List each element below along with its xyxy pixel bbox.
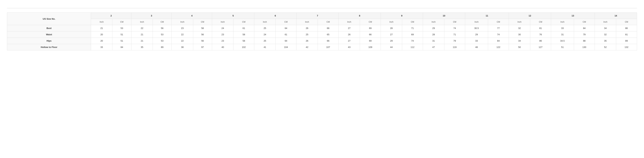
- subheader-cm-4: CM: [193, 19, 212, 25]
- data-cell: 24: [212, 25, 234, 31]
- data-cell: 21: [91, 25, 112, 31]
- data-cell: 71: [444, 31, 465, 38]
- data-cell: 86: [530, 38, 551, 44]
- data-cell: 22: [172, 38, 193, 44]
- data-cell: 42: [296, 44, 318, 50]
- data-cell: 32: [509, 25, 530, 31]
- subheader-inch-2: Inch: [91, 19, 112, 25]
- data-cell: 26: [296, 25, 318, 31]
- size-header-6: 6: [254, 13, 296, 19]
- subheader-inch-7: Inch: [296, 19, 318, 25]
- data-cell: 109: [360, 44, 381, 50]
- data-cell: 21: [131, 31, 152, 38]
- data-cell: 21: [131, 38, 152, 44]
- data-cell: 69: [360, 25, 381, 31]
- data-cell: 33: [91, 44, 112, 50]
- data-cell: 122: [488, 44, 509, 50]
- data-cell: 51: [551, 44, 574, 50]
- data-cell: 35: [595, 38, 616, 44]
- subheader-inch-4: Inch: [172, 19, 193, 25]
- data-cell: 53: [112, 25, 131, 31]
- row-label: Waist: [7, 31, 91, 38]
- data-cell: 79: [444, 38, 465, 44]
- size-header-5: 5: [212, 13, 254, 19]
- data-cell: 23: [172, 25, 193, 31]
- data-cell: 28: [380, 25, 402, 31]
- data-cell: 32: [595, 31, 616, 38]
- subheader-inch-12: Inch: [509, 19, 530, 25]
- data-cell: 22: [131, 25, 152, 31]
- data-cell: 89: [616, 38, 637, 44]
- data-cell: 56: [193, 38, 212, 44]
- subheader-cm-6: CM: [276, 19, 296, 25]
- data-cell: 69: [360, 38, 381, 44]
- data-cell: 40: [212, 44, 234, 50]
- subheader-cm-8: CM: [360, 19, 381, 25]
- row-label: Bust: [7, 25, 91, 31]
- data-cell: 25: [254, 25, 276, 31]
- data-cell: 86: [616, 25, 637, 31]
- data-cell: 64: [276, 38, 296, 44]
- size-header-7: 7: [296, 13, 338, 19]
- data-cell: 48: [465, 44, 488, 50]
- data-cell: 107: [318, 44, 338, 50]
- header-row: US Size No.234567891011121314: [7, 13, 637, 19]
- data-cell: 66: [318, 38, 338, 44]
- data-cell: 44: [380, 44, 402, 50]
- subheader-cm-14: CM: [616, 19, 637, 25]
- data-cell: 79: [574, 31, 595, 38]
- data-cell: 127: [530, 44, 551, 50]
- data-cell: 71: [402, 25, 423, 31]
- data-cell: 51: [112, 31, 131, 38]
- data-cell: 58: [234, 31, 254, 38]
- size-header-14: 14: [595, 13, 637, 19]
- data-cell: 119: [444, 44, 465, 50]
- data-cell: 84: [574, 25, 595, 31]
- data-cell: 38: [172, 44, 193, 50]
- subheader-inch-11: Inch: [465, 19, 488, 25]
- data-cell: 64: [276, 25, 296, 31]
- data-cell: 31: [423, 38, 444, 44]
- size-header-12: 12: [509, 13, 551, 19]
- subheader-row: InchCMInchCMInchCMInchCMInchCMInchCMInch…: [7, 19, 637, 25]
- table-row: Waist20512153225623582461256526662769287…: [7, 31, 637, 38]
- data-cell: 34.5: [551, 38, 574, 44]
- label-column-header: US Size No.: [7, 13, 91, 25]
- size-header-2: 2: [91, 13, 132, 19]
- row-label: Hollow to Floor: [7, 44, 91, 50]
- subheader-inch-9: Inch: [380, 19, 402, 25]
- subheader-cm-13: CM: [574, 19, 595, 25]
- data-cell: 30: [509, 31, 530, 38]
- data-cell: 132: [616, 44, 637, 50]
- data-cell: 81: [616, 31, 637, 38]
- data-cell: 74: [488, 31, 509, 38]
- data-cell: 30.5: [465, 25, 488, 31]
- data-cell: 35: [131, 44, 152, 50]
- data-cell: 89: [153, 44, 172, 50]
- data-cell: 104: [276, 44, 296, 50]
- data-cell: 34: [595, 25, 616, 31]
- data-cell: 23: [212, 31, 234, 38]
- subheader-cm-11: CM: [488, 19, 509, 25]
- data-cell: 66: [360, 31, 381, 38]
- data-cell: 74: [402, 38, 423, 44]
- table-row: Hollow to Floor3384358938974010241104421…: [7, 44, 637, 50]
- size-guide-table: US Size No.234567891011121314InchCMInchC…: [7, 13, 637, 50]
- data-cell: 81: [530, 25, 551, 31]
- size-header-4: 4: [172, 13, 212, 19]
- size-header-8: 8: [338, 13, 380, 19]
- data-cell: 26: [296, 38, 318, 44]
- subheader-cm-5: CM: [234, 19, 254, 25]
- data-cell: 84: [112, 44, 131, 50]
- data-cell: 33: [465, 38, 488, 44]
- data-cell: 58: [193, 25, 212, 31]
- data-cell: 23: [212, 38, 234, 44]
- data-cell: 31: [551, 31, 574, 38]
- divider: [7, 8, 637, 8]
- subheader-cm-7: CM: [318, 19, 338, 25]
- subheader-inch-10: Inch: [423, 19, 444, 25]
- data-cell: 20: [91, 38, 112, 44]
- data-cell: 47: [423, 44, 444, 50]
- data-cell: 27: [338, 25, 360, 31]
- data-cell: 29: [380, 38, 402, 44]
